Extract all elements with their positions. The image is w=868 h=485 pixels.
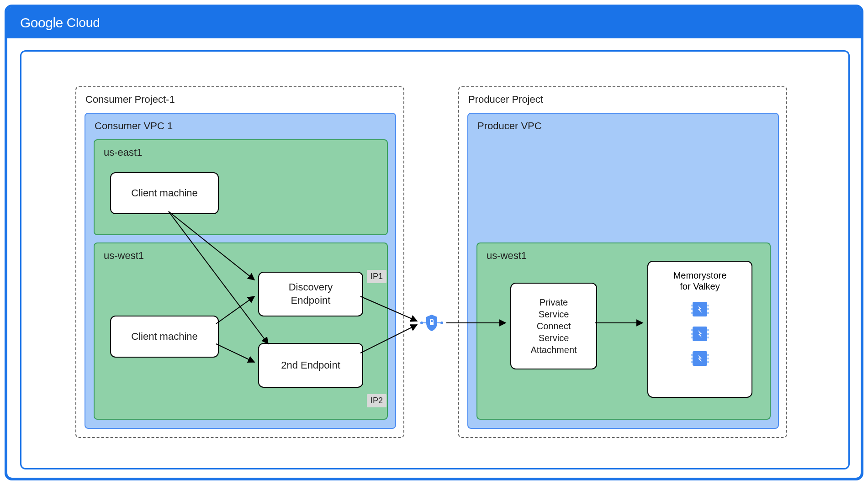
svg-rect-6 — [707, 312, 709, 314]
svg-point-21 — [420, 322, 423, 324]
svg-rect-15 — [691, 354, 693, 356]
second-endpoint: 2nd Endpoint — [258, 343, 363, 388]
inner-frame: Consumer Project-1 Consumer VPC 1 us-eas… — [20, 50, 850, 469]
consumer-vpc: Consumer VPC 1 us-east1 Client machine u… — [85, 113, 396, 429]
diagram-canvas: Consumer Project-1 Consumer VPC 1 us-eas… — [21, 52, 848, 468]
svg-rect-1 — [691, 305, 693, 306]
svg-rect-5 — [707, 308, 709, 310]
region-us-west1-consumer-label: us-west1 — [104, 250, 144, 262]
svg-rect-9 — [691, 333, 693, 335]
psc-shield-icon — [419, 313, 445, 333]
second-endpoint-label: 2nd Endpoint — [281, 359, 340, 372]
svg-rect-10 — [691, 337, 693, 338]
svg-rect-19 — [707, 358, 709, 359]
valkey-node-icon — [689, 324, 711, 344]
ip1-chip: IP1 — [367, 270, 386, 283]
psc-attachment-label: Private Service Connect Service Attachme… — [530, 296, 577, 356]
client-machine-east-label: Client machine — [131, 187, 198, 200]
svg-rect-25 — [430, 322, 434, 325]
consumer-project-label: Consumer Project-1 — [85, 94, 175, 105]
consumer-project: Consumer Project-1 Consumer VPC 1 us-eas… — [75, 86, 404, 438]
client-machine-west: Client machine — [110, 316, 219, 358]
outer-frame: Google Cloud Consumer Project-1 Consumer… — [5, 5, 863, 480]
region-us-east1: us-east1 Client machine — [94, 139, 388, 235]
region-us-west1-producer: us-west1 Private Service Connect Service… — [476, 242, 771, 420]
producer-vpc: Producer VPC us-west1 Private Service Co… — [467, 113, 779, 429]
svg-rect-16 — [691, 358, 693, 359]
discovery-endpoint: Discovery Endpoint — [258, 272, 363, 316]
svg-rect-20 — [707, 361, 709, 363]
region-us-east1-label: us-east1 — [104, 147, 142, 158]
memorystore-label: Memorystore for Valkey — [648, 270, 752, 292]
ip2-label: IP2 — [370, 396, 383, 405]
producer-vpc-label: Producer VPC — [477, 120, 542, 132]
client-machine-west-label: Client machine — [131, 330, 198, 343]
svg-rect-11 — [707, 329, 709, 331]
svg-rect-8 — [691, 329, 693, 331]
discovery-endpoint-label: Discovery Endpoint — [289, 281, 333, 307]
header: Google Cloud — [7, 7, 861, 38]
region-us-west1-producer-label: us-west1 — [487, 250, 527, 262]
brand-cloud: Cloud — [67, 16, 100, 30]
consumer-vpc-label: Consumer VPC 1 — [95, 120, 173, 132]
ip1-label: IP1 — [370, 272, 383, 281]
memorystore-valkey: Memorystore for Valkey — [647, 261, 752, 398]
brand-google: Google — [20, 15, 63, 31]
client-machine-east: Client machine — [110, 172, 219, 214]
svg-rect-4 — [707, 305, 709, 306]
svg-rect-2 — [691, 308, 693, 310]
producer-project: Producer Project Producer VPC us-west1 P… — [458, 86, 787, 438]
svg-rect-13 — [707, 337, 709, 338]
svg-rect-3 — [691, 312, 693, 314]
ip2-chip: IP2 — [367, 394, 386, 407]
valkey-node-icon — [689, 299, 711, 319]
svg-rect-18 — [707, 354, 709, 356]
valkey-node-icon — [689, 348, 711, 369]
svg-rect-12 — [707, 333, 709, 335]
producer-project-label: Producer Project — [468, 94, 543, 105]
region-us-west1-consumer: us-west1 Client machine Discovery Endpoi… — [94, 242, 388, 420]
psc-service-attachment: Private Service Connect Service Attachme… — [510, 283, 597, 369]
svg-point-23 — [440, 322, 443, 324]
svg-rect-17 — [691, 361, 693, 363]
